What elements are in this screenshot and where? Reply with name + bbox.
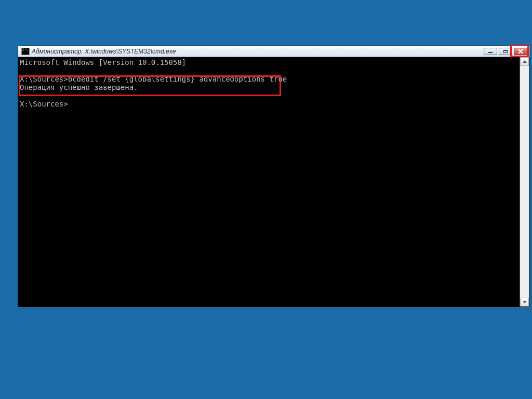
cmd-window: Администратор: X:\windows\SYSTEM32\cmd.e…	[18, 46, 530, 308]
scrollbar-track[interactable]	[520, 66, 529, 298]
maximize-icon	[503, 50, 508, 53]
vertical-scrollbar[interactable]	[520, 57, 529, 307]
titlebar[interactable]: Администратор: X:\windows\SYSTEM32\cmd.e…	[18, 46, 529, 57]
minimize-icon	[488, 52, 493, 53]
window-title: Администратор: X:\windows\SYSTEM32\cmd.e…	[32, 48, 484, 55]
terminal-prompt-2: X:\Sources>	[20, 100, 68, 108]
terminal-prompt-1: X:\Sources>	[20, 75, 68, 83]
scrollbar-up-button[interactable]	[520, 57, 529, 66]
terminal-header: Microsoft Windows [Version 10.0.15058]	[20, 58, 186, 66]
window-controls	[484, 48, 527, 55]
chevron-down-icon	[523, 301, 527, 303]
terminal-command: bcdedit /set {globalsettings} advancedop…	[68, 75, 287, 83]
terminal-output[interactable]: Microsoft Windows [Version 10.0.15058] X…	[19, 57, 520, 307]
cmd-icon	[21, 48, 30, 55]
close-icon	[518, 49, 523, 54]
terminal-result: Операция успешно завершена.	[20, 83, 138, 91]
scrollbar-down-button[interactable]	[520, 298, 529, 307]
close-button[interactable]	[514, 48, 527, 55]
maximize-button[interactable]	[499, 48, 512, 55]
minimize-button[interactable]	[484, 48, 497, 55]
client-area: Microsoft Windows [Version 10.0.15058] X…	[19, 57, 529, 307]
chevron-up-icon	[523, 60, 527, 63]
